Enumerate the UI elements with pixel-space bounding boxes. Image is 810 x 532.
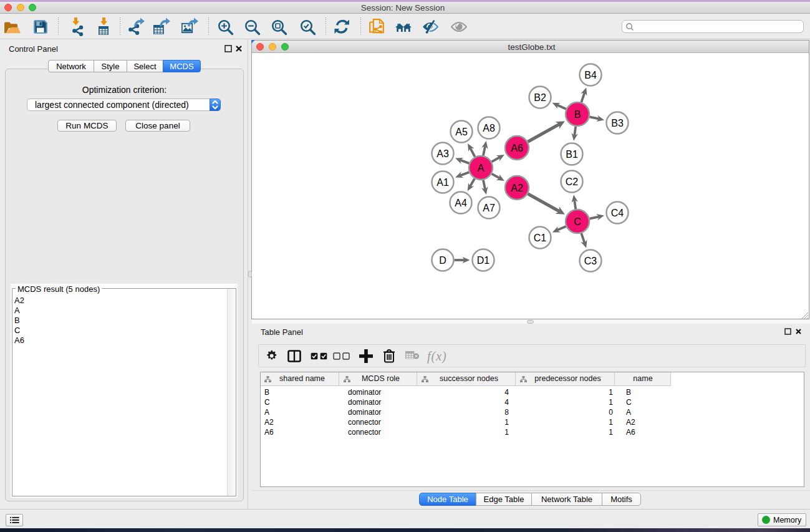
svg-text:C4: C4 [611, 208, 624, 218]
svg-text:C3: C3 [584, 256, 597, 266]
svg-text:A7: A7 [483, 203, 495, 213]
svg-text:A: A [478, 163, 485, 173]
svg-text:B4: B4 [584, 70, 597, 80]
svg-text:C2: C2 [566, 177, 579, 187]
svg-text:A8: A8 [483, 123, 495, 133]
svg-text:D1: D1 [477, 255, 490, 266]
svg-text:A1: A1 [436, 177, 449, 188]
svg-text:B3: B3 [611, 118, 624, 128]
svg-text:A6: A6 [511, 143, 523, 153]
svg-text:A4: A4 [455, 198, 467, 208]
svg-text:A5: A5 [455, 127, 468, 137]
svg-text:C: C [574, 216, 581, 227]
svg-text:A3: A3 [436, 148, 449, 159]
svg-text:A2: A2 [511, 183, 523, 193]
svg-text:B2: B2 [534, 92, 546, 103]
svg-text:C1: C1 [534, 233, 547, 243]
svg-text:D: D [439, 255, 446, 266]
svg-text:B: B [574, 109, 581, 120]
svg-text:B1: B1 [566, 149, 578, 160]
